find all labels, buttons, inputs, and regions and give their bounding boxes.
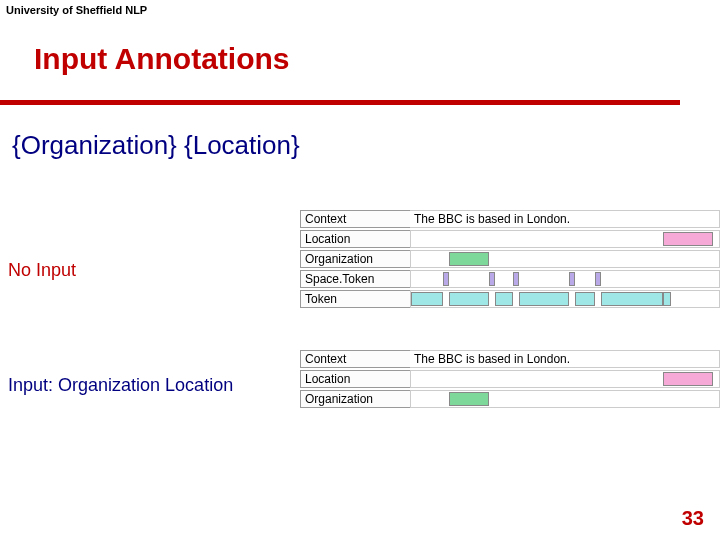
row-label: Space.Token bbox=[300, 270, 410, 288]
row-organization: Organization bbox=[300, 250, 720, 268]
span-organization bbox=[449, 252, 489, 266]
context-sentence: The BBC is based in London. bbox=[410, 350, 720, 368]
page-number: 33 bbox=[682, 507, 704, 530]
span-organization bbox=[449, 392, 489, 406]
annotation-panel-no-input: Context The BBC is based in London. Loca… bbox=[300, 210, 720, 310]
span-space bbox=[489, 272, 495, 286]
annotation-track bbox=[410, 370, 720, 388]
span-token bbox=[495, 292, 513, 306]
header-band: University of Sheffield NLP bbox=[0, 0, 720, 20]
annotation-track bbox=[410, 270, 720, 288]
label-no-input: No Input bbox=[8, 260, 76, 281]
span-token bbox=[575, 292, 595, 306]
row-label: Context bbox=[300, 210, 410, 228]
span-token bbox=[411, 292, 443, 306]
annotation-track bbox=[410, 230, 720, 248]
title-underline bbox=[0, 100, 680, 105]
annotation-track bbox=[410, 250, 720, 268]
span-token bbox=[519, 292, 569, 306]
row-organization: Organization bbox=[300, 390, 720, 408]
row-context: Context The BBC is based in London. bbox=[300, 350, 720, 368]
row-token: Token bbox=[300, 290, 720, 308]
row-label: Location bbox=[300, 230, 410, 248]
context-sentence: The BBC is based in London. bbox=[410, 210, 720, 228]
label-input: Input: Organization Location bbox=[8, 375, 233, 396]
row-label: Context bbox=[300, 350, 410, 368]
row-context: Context The BBC is based in London. bbox=[300, 210, 720, 228]
span-token bbox=[663, 292, 671, 306]
span-space bbox=[513, 272, 519, 286]
row-space-token: Space.Token bbox=[300, 270, 720, 288]
annotation-track bbox=[410, 390, 720, 408]
row-location: Location bbox=[300, 230, 720, 248]
row-label: Organization bbox=[300, 250, 410, 268]
row-label: Organization bbox=[300, 390, 410, 408]
span-location bbox=[663, 232, 713, 246]
annotation-track bbox=[410, 290, 720, 308]
row-label: Location bbox=[300, 370, 410, 388]
span-space bbox=[595, 272, 601, 286]
slide-title: Input Annotations bbox=[34, 42, 290, 76]
span-token bbox=[449, 292, 489, 306]
pattern-text: {Organization} {Location} bbox=[12, 130, 300, 161]
span-location bbox=[663, 372, 713, 386]
span-token bbox=[601, 292, 663, 306]
span-space bbox=[569, 272, 575, 286]
row-location: Location bbox=[300, 370, 720, 388]
span-space bbox=[443, 272, 449, 286]
row-label: Token bbox=[300, 290, 410, 308]
annotation-panel-input: Context The BBC is based in London. Loca… bbox=[300, 350, 720, 410]
